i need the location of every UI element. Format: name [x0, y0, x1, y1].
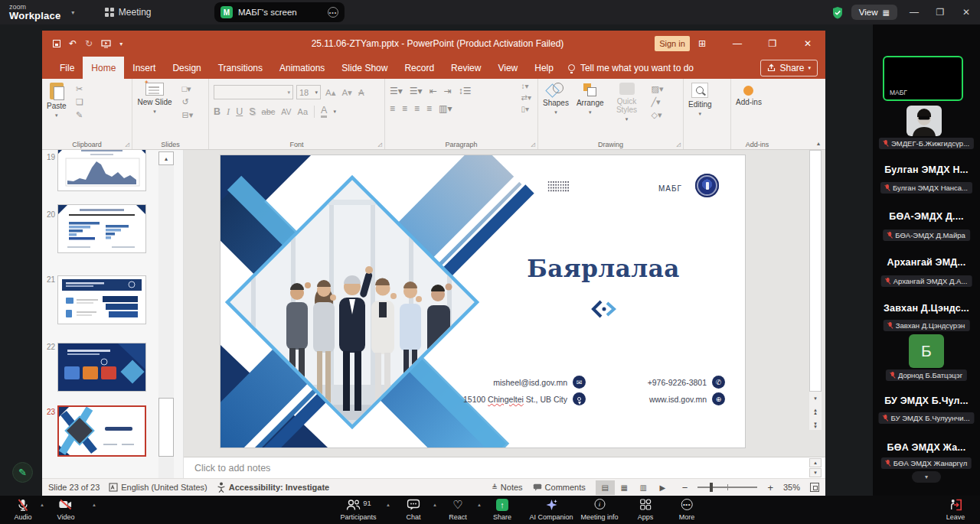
- reset-slide-icon[interactable]: ↺: [181, 97, 193, 107]
- tab-help[interactable]: Help: [526, 57, 562, 79]
- tab-design[interactable]: Design: [164, 57, 209, 79]
- notes-placeholder[interactable]: Click to add notes: [194, 463, 270, 474]
- audio-button[interactable]: Audio: [14, 499, 31, 521]
- align-right-icon[interactable]: ≡: [414, 103, 420, 114]
- participants-button[interactable]: 91 Participants: [340, 499, 376, 521]
- more-participants-button[interactable]: ▾: [912, 471, 941, 483]
- character-spacing-button[interactable]: AV: [281, 107, 291, 116]
- new-slide-button[interactable]: New Slide ▾: [137, 83, 172, 115]
- notes-scroll-down-button[interactable]: ▾: [809, 468, 822, 477]
- apps-button[interactable]: Apps: [638, 499, 654, 521]
- slide-23-thumbnail-selected[interactable]: [57, 405, 146, 457]
- view-button[interactable]: View ▦: [851, 5, 897, 20]
- minimize-button[interactable]: —: [905, 7, 923, 18]
- annotation-pencil-button[interactable]: ✎: [12, 462, 33, 483]
- notes-toggle-button[interactable]: ≜ Notes: [492, 483, 522, 492]
- video-options-chevron[interactable]: ▲: [92, 503, 96, 507]
- accessibility-checker[interactable]: Accessibility: Investigate: [217, 482, 329, 493]
- slide-page[interactable]: МАБГ Баярлалаа misheel@isd.gov.mn: [220, 155, 745, 448]
- tab-home[interactable]: Home: [83, 57, 124, 79]
- slide-20-thumbnail[interactable]: [57, 204, 146, 253]
- slide-layout-icon[interactable]: □▾: [181, 84, 193, 94]
- text-direction-icon[interactable]: ↕▾: [521, 82, 531, 90]
- dialog-launcher-icon[interactable]: ◿: [531, 142, 535, 148]
- ribbon-display-options-icon[interactable]: ⊞: [684, 31, 720, 57]
- ppt-close-button[interactable]: ✕: [790, 31, 825, 57]
- participant-display-name[interactable]: Булган ЭМДХ Н...: [873, 164, 980, 175]
- security-shield-icon[interactable]: [831, 6, 844, 19]
- underline-button[interactable]: U: [236, 106, 243, 117]
- copy-icon[interactable]: ❏: [76, 97, 83, 107]
- participant-video-tile[interactable]: МАБГ: [883, 56, 963, 101]
- ai-companion-button[interactable]: AI Companion: [529, 499, 573, 521]
- arrange-button[interactable]: Arrange ▾: [577, 83, 604, 122]
- slide-22-thumbnail[interactable]: [57, 343, 146, 392]
- text-shadow-button[interactable]: S: [249, 106, 255, 117]
- participant-display-name[interactable]: Завхан Д.Цэндс...: [873, 303, 980, 314]
- fit-slide-to-window-icon[interactable]: [810, 483, 819, 492]
- strikethrough-button[interactable]: abc: [262, 107, 276, 116]
- previous-slide-button[interactable]: ▴▴: [809, 405, 822, 417]
- chat-options-chevron[interactable]: ▲: [433, 503, 437, 507]
- line-spacing-icon[interactable]: ↕☰: [459, 86, 472, 96]
- quick-styles-button[interactable]: Quick Styles ▾: [612, 83, 642, 122]
- chat-button[interactable]: Chat: [406, 499, 420, 521]
- tab-file[interactable]: File: [51, 57, 83, 79]
- columns-icon[interactable]: ▥▾: [439, 103, 452, 114]
- increase-font-icon[interactable]: A▴: [324, 87, 337, 98]
- zoom-in-button[interactable]: +: [767, 482, 773, 493]
- collapse-ribbon-icon[interactable]: ▴: [817, 140, 820, 147]
- tab-transitions[interactable]: Transitions: [210, 57, 271, 79]
- slide-19-thumbnail[interactable]: [57, 150, 146, 191]
- tell-me-search[interactable]: Tell me what you want to do: [568, 57, 694, 79]
- customize-qat-icon[interactable]: ▾: [119, 41, 122, 47]
- decrease-font-icon[interactable]: A▾: [340, 87, 353, 98]
- participant-letter-avatar[interactable]: Б: [909, 334, 944, 368]
- font-size-combobox[interactable]: 18▾: [296, 85, 321, 99]
- undo-icon[interactable]: ↶: [69, 38, 77, 49]
- addins-button[interactable]: Add-ins: [736, 83, 762, 106]
- editing-button[interactable]: Editing ▾: [688, 83, 712, 117]
- canvas-scrollbar-thumb[interactable]: [809, 150, 822, 392]
- cut-icon[interactable]: ✂: [76, 84, 83, 94]
- tab-shared-screen[interactable]: M МАБГ's screen •••: [214, 2, 345, 22]
- zoom-percent[interactable]: 35%: [783, 483, 800, 492]
- align-center-icon[interactable]: ≡: [402, 103, 407, 114]
- language-indicator[interactable]: English (United States): [109, 483, 207, 492]
- react-button[interactable]: ♡ React: [449, 499, 467, 521]
- align-text-icon[interactable]: ⇄▾: [521, 93, 531, 102]
- zoom-out-button[interactable]: −: [682, 482, 688, 493]
- tab-animations[interactable]: Animations: [271, 57, 333, 79]
- dialog-launcher-icon[interactable]: ◿: [677, 142, 681, 148]
- paste-button[interactable]: Paste ▾: [47, 83, 67, 119]
- change-case-button[interactable]: Aa: [298, 107, 308, 116]
- comments-toggle-button[interactable]: Comments: [533, 483, 586, 492]
- tab-options-icon[interactable]: •••: [328, 7, 338, 18]
- dialog-launcher-icon[interactable]: ◿: [378, 142, 382, 148]
- justify-icon[interactable]: ≡: [426, 103, 432, 114]
- tab-review[interactable]: Review: [443, 57, 489, 79]
- font-color-button[interactable]: A: [321, 106, 327, 118]
- share-screen-button[interactable]: ↑ Share: [493, 499, 511, 521]
- shape-outline-icon[interactable]: ╱▾: [652, 97, 664, 107]
- participant-display-name[interactable]: БӨА-ЭМДХ Д....: [873, 211, 980, 222]
- participant-avatar[interactable]: [906, 106, 942, 136]
- clear-formatting-icon[interactable]: A: [357, 88, 366, 97]
- ppt-share-button[interactable]: Share ▾: [760, 60, 818, 76]
- shapes-button[interactable]: Shapes ▾: [543, 83, 569, 122]
- zoom-slider[interactable]: [697, 487, 757, 488]
- leave-button[interactable]: Leave: [946, 499, 965, 521]
- italic-button[interactable]: I: [227, 106, 230, 118]
- tab-view[interactable]: View: [489, 57, 526, 79]
- start-slideshow-icon[interactable]: [101, 40, 111, 48]
- font-name-combobox[interactable]: ▾: [214, 85, 293, 99]
- audio-options-chevron[interactable]: ▲: [40, 503, 44, 507]
- ppt-restore-button[interactable]: ❐: [755, 31, 790, 57]
- format-painter-icon[interactable]: ✎: [76, 110, 83, 120]
- reading-view-button[interactable]: ▥: [634, 480, 653, 495]
- thumbnail-scroll-up-button[interactable]: ▴: [158, 151, 174, 165]
- tab-record[interactable]: Record: [396, 57, 443, 79]
- save-icon[interactable]: [53, 40, 60, 47]
- slide-21-thumbnail[interactable]: [57, 275, 146, 324]
- notes-scroll-up-button[interactable]: ▴: [809, 458, 822, 467]
